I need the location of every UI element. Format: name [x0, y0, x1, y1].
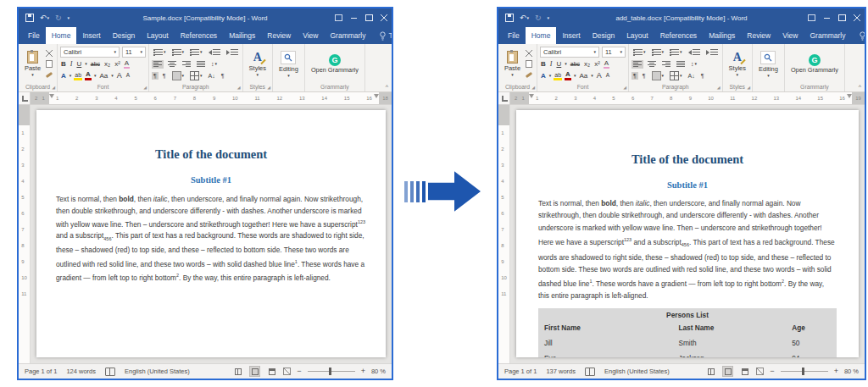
font-color-button[interactable]: A: [85, 71, 92, 80]
zoom-percentage[interactable]: 80 %: [844, 368, 859, 375]
print-layout-button[interactable]: [722, 366, 733, 377]
line-spacing-button[interactable]: ↕▾: [209, 60, 219, 68]
clear-formatting-button[interactable]: A: [604, 60, 609, 69]
bullet-list-button[interactable]: ▾: [152, 48, 168, 57]
tab-mailings[interactable]: Mailings: [703, 27, 741, 44]
align-left-button[interactable]: [632, 60, 643, 69]
zoom-level-icon[interactable]: [756, 368, 764, 375]
grow-font-button[interactable]: A: [596, 72, 603, 80]
word-count[interactable]: 124 words: [66, 368, 96, 375]
zoom-out-button[interactable]: −: [297, 368, 301, 375]
horizontal-ruler[interactable]: 21 12345678910111213141516 19: [498, 92, 865, 105]
tab-insert[interactable]: Insert: [556, 27, 586, 44]
tab-file[interactable]: File: [22, 27, 46, 44]
dialog-launcher-icon[interactable]: ◢: [531, 86, 535, 90]
justify-button[interactable]: [195, 60, 207, 69]
zoom-out-button[interactable]: −: [770, 368, 774, 375]
tab-grammarly[interactable]: Grammarly: [804, 27, 851, 44]
minimize-button[interactable]: [819, 8, 834, 27]
numbered-list-button[interactable]: ▾: [650, 48, 666, 57]
increase-indent-button[interactable]: [704, 48, 720, 57]
tell-me-box[interactable]: Tell me: [372, 27, 394, 44]
table-header-cell[interactable]: Last Name: [672, 320, 786, 335]
ltr-text-button[interactable]: ¶: [632, 72, 638, 80]
zoom-level-icon[interactable]: [283, 368, 291, 375]
dialog-launcher-icon[interactable]: ◢: [747, 86, 750, 90]
dialog-launcher-icon[interactable]: ◢: [237, 86, 241, 90]
subscript-button[interactable]: x₂: [103, 61, 111, 68]
dialog-launcher-icon[interactable]: ◢: [623, 86, 626, 90]
minimize-button[interactable]: [346, 8, 361, 27]
font-name-combo[interactable]: Calibri▾: [540, 47, 599, 58]
doc-table[interactable]: Persons ListFirst NameLast NameAgeJillSm…: [538, 308, 837, 357]
highlight-color-button[interactable]: ab: [74, 72, 82, 80]
font-size-combo[interactable]: 11▾: [122, 47, 146, 58]
subscript-button[interactable]: x₂: [583, 61, 591, 68]
document-page[interactable]: Title of the document Subtitle #1 Text i…: [36, 110, 386, 357]
tab-file[interactable]: File: [502, 27, 526, 44]
align-center-button[interactable]: [646, 60, 658, 69]
zoom-in-button[interactable]: +: [361, 368, 365, 375]
font-size-combo[interactable]: 11▾: [602, 47, 626, 58]
rtl-text-button[interactable]: ¶: [161, 72, 168, 80]
open-grammarly-button[interactable]: G Open Grammarly: [308, 46, 362, 82]
tab-references[interactable]: References: [175, 27, 223, 44]
tab-grammarly[interactable]: Grammarly: [324, 27, 371, 44]
language-indicator[interactable]: English (United States): [125, 368, 190, 375]
collapse-ribbon-button[interactable]: ^: [386, 84, 388, 90]
format-painter-button[interactable]: [44, 70, 54, 80]
text-effects-button[interactable]: A: [540, 73, 547, 80]
format-painter-button[interactable]: [524, 70, 534, 80]
zoom-slider-thumb[interactable]: [802, 368, 804, 375]
shrink-font-button[interactable]: A: [125, 73, 131, 79]
web-layout-button[interactable]: [266, 366, 277, 377]
highlight-color-button[interactable]: ab: [554, 72, 562, 80]
zoom-slider-thumb[interactable]: [329, 368, 331, 375]
table-header-cell[interactable]: First Name: [538, 320, 672, 335]
undo-button[interactable]: ↶▾: [40, 14, 49, 22]
clear-formatting-button[interactable]: A: [124, 60, 130, 69]
table-cell[interactable]: 50: [786, 335, 837, 351]
zoom-percentage[interactable]: 80 %: [371, 368, 386, 375]
change-case-button[interactable]: Aa: [578, 73, 588, 80]
decrease-indent-button[interactable]: [207, 48, 222, 57]
document-paragraph[interactable]: Text is normal, then bold, then italic, …: [538, 197, 837, 302]
superscript-button[interactable]: x²: [593, 61, 601, 68]
tab-design[interactable]: Design: [107, 27, 141, 44]
align-right-button[interactable]: [181, 60, 192, 69]
tab-review[interactable]: Review: [261, 27, 297, 44]
ltr-text-button[interactable]: ¶: [152, 72, 159, 80]
underline-button[interactable]: U: [75, 61, 82, 68]
table-header-cell[interactable]: Age: [786, 320, 837, 335]
multilevel-list-button[interactable]: ▾: [188, 48, 204, 57]
tab-references[interactable]: References: [654, 27, 703, 44]
show-marks-button[interactable]: ¶: [699, 72, 706, 80]
tab-selector[interactable]: [19, 92, 31, 104]
dialog-launcher-icon[interactable]: ◢: [717, 86, 721, 90]
tab-home[interactable]: Home: [526, 27, 557, 44]
bullet-list-button[interactable]: ▾: [632, 48, 648, 57]
zoom-slider[interactable]: [308, 371, 355, 372]
align-center-button[interactable]: [166, 60, 178, 69]
ribbon-display-options-button[interactable]: [331, 8, 346, 27]
shading-button[interactable]: ▾: [650, 70, 666, 81]
numbered-list-button[interactable]: ▾: [170, 48, 186, 57]
shrink-font-button[interactable]: A: [605, 73, 610, 79]
cut-button[interactable]: [44, 49, 54, 58]
tab-selector[interactable]: [498, 92, 510, 104]
decrease-indent-button[interactable]: [687, 48, 702, 57]
read-mode-button[interactable]: [232, 366, 243, 377]
table-cell[interactable]: 94: [786, 351, 837, 357]
tab-view[interactable]: View: [776, 27, 804, 44]
maximize-button[interactable]: [834, 8, 849, 27]
bold-button[interactable]: B: [540, 61, 547, 68]
editing-button[interactable]: Editing ▾: [275, 46, 302, 82]
save-button[interactable]: [25, 14, 34, 22]
change-case-button[interactable]: Aa: [98, 73, 108, 80]
tell-me-box[interactable]: Tell me: [852, 27, 867, 44]
document-paragraph[interactable]: Text is normal, then bold, then italic, …: [56, 194, 366, 284]
copy-button[interactable]: [524, 59, 534, 69]
tab-layout[interactable]: Layout: [620, 27, 654, 44]
font-color-button[interactable]: A: [565, 71, 571, 80]
document-page[interactable]: Title of the document Subtitle #1 Text i…: [516, 110, 859, 357]
